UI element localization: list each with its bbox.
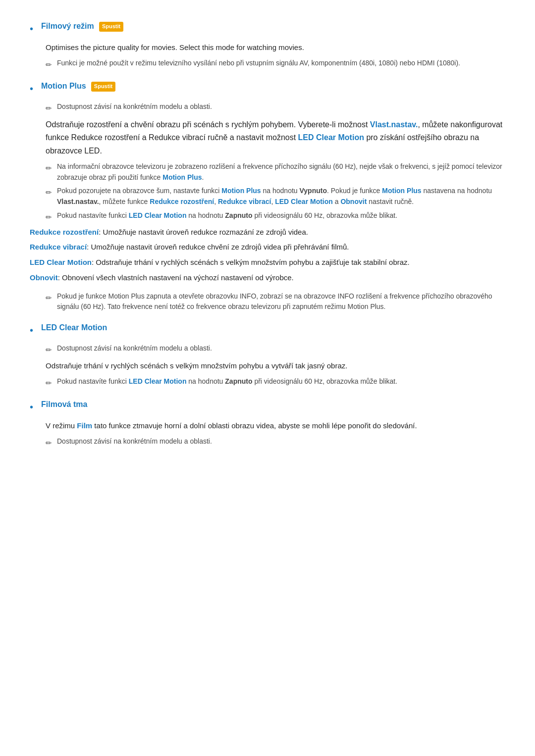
filmova-tma-note-1: ✏ Dostupnost závisí na konkrétním modelu…	[46, 436, 505, 449]
def-desc-3: Odstraňuje trhání v rychlých scénách s v…	[94, 258, 410, 266]
motion-plus-note-after-1: ✏ Pokud je funkce Motion Plus zapnuta a …	[46, 291, 505, 312]
motion-plus-heading-wrap: Motion Plus Spustit	[41, 80, 115, 93]
filmova-tma-title: Filmová tma	[41, 398, 87, 411]
def-desc-4: Obnovení všech vlastních nastavení na vý…	[60, 273, 294, 282]
motion-plus-note-2: ✏ Pokud pozorujete na obrazovce šum, nas…	[46, 186, 505, 207]
def-desc-2: Umožňuje nastavit úroveň redukce chvění …	[89, 243, 349, 251]
led-clear-motion-bullet: • LED Clear Motion	[30, 321, 505, 338]
pencil-icon: ✏	[46, 292, 52, 304]
filmova-tma-section: • Filmová tma V režimu Film tato funkce …	[30, 398, 505, 449]
filmovy-rezim-description: Optimises the picture quality for movies…	[46, 42, 505, 54]
motion-plus-note-3: ✏ Pokud nastavíte funkci LED Clear Motio…	[46, 210, 505, 223]
led-clear-motion-section: • LED Clear Motion ✏ Dostupnost závisí n…	[30, 321, 505, 389]
pencil-icon: ✏	[46, 437, 52, 449]
led-clear-motion-note-before-text: Dostupnost závisí na konkrétním modelu a…	[57, 343, 212, 354]
bullet-icon: •	[30, 21, 33, 37]
led-clear-motion-note-1: ✏ Pokud nastavíte funkci LED Clear Motio…	[46, 376, 505, 389]
led-clear-motion-body-link[interactable]: LED Clear Motion	[298, 133, 364, 142]
filmova-tma-body: V režimu Film tato funkce ztmavuje horní…	[46, 420, 505, 432]
pencil-icon: ✏	[46, 377, 52, 389]
led-clear-motion-note-text-1: Pokud nastavíte funkci LED Clear Motion …	[57, 376, 397, 387]
bullet-icon: •	[30, 399, 33, 415]
led-clear-motion-title: LED Clear Motion	[41, 321, 107, 334]
def-term-redukce-vibraci: Redukce vibrací	[30, 243, 87, 251]
filmovy-rezim-badge[interactable]: Spustit	[99, 22, 123, 32]
pencil-icon: ✏	[46, 187, 52, 199]
pencil-icon: ✏	[46, 211, 52, 223]
def-desc-1: Umožňuje nastavit úroveň redukce rozmazá…	[101, 228, 308, 236]
redukce-rozosteni-link[interactable]: Redukce rozostření	[150, 198, 214, 205]
motion-plus-badge[interactable]: Spustit	[91, 82, 115, 92]
zapnuto-text-2: Zapnuto	[225, 377, 252, 385]
bullet-icon: •	[30, 322, 33, 338]
vlast-nastav-text: Vlast.nastav.	[57, 198, 99, 205]
pencil-icon: ✏	[46, 59, 52, 71]
motion-plus-note-text-1: Na informační obrazovce televizoru je zo…	[57, 161, 505, 183]
filmovy-rezim-heading: Filmový režim Spustit	[41, 20, 123, 33]
filmovy-rezim-note-text-1: Funkci je možné použít v režimu televizn…	[57, 58, 460, 69]
vlast-nastav-link[interactable]: Vlast.nastav.	[370, 120, 418, 129]
vypnuto-text: Vypnuto	[300, 187, 327, 195]
led-clear-motion-link-n3[interactable]: LED Clear Motion	[129, 211, 187, 219]
def-redukce-rozosteni: Redukce rozostření: Umožňuje nastavit úr…	[30, 226, 505, 239]
obnovit-link[interactable]: Obnovit	[340, 198, 367, 205]
def-term-redukce-rozosteni: Redukce rozostření	[30, 228, 99, 236]
motion-plus-note-before-1: ✏ Dostupnost závisí na konkrétním modelu…	[46, 101, 505, 114]
motion-plus-body: Odstraňuje rozostření a chvění obrazu př…	[46, 118, 505, 157]
filmovy-rezim-title: Filmový režim	[41, 22, 94, 30]
motion-plus-link-2[interactable]: Motion Plus	[221, 187, 261, 195]
def-redukce-vibraci: Redukce vibrací: Umožňuje nastavit úrove…	[30, 241, 505, 253]
led-clear-motion-body: Odstraňuje trhání v rychlých scénách s v…	[46, 360, 505, 372]
motion-plus-note-after-text-1: Pokud je funkce Motion Plus zapnuta a ot…	[57, 291, 505, 312]
filmovy-rezim-bullet: • Filmový režim Spustit	[30, 20, 505, 37]
motion-plus-link-1[interactable]: Motion Plus	[162, 173, 202, 181]
motion-plus-bullet: • Motion Plus Spustit	[30, 80, 505, 97]
bullet-icon: •	[30, 81, 33, 97]
def-obnovit: Obnovit: Obnovení všech vlastních nastav…	[30, 272, 505, 284]
motion-plus-title: Motion Plus	[41, 82, 86, 90]
zapnuto-text-1: Zapnuto	[225, 211, 252, 219]
pencil-icon: ✏	[46, 102, 52, 114]
filmovy-rezim-note-1: ✏ Funkci je možné použít v režimu televi…	[46, 58, 505, 71]
def-term-led-clear-motion: LED Clear Motion	[30, 258, 92, 266]
led-clear-motion-note-before: ✏ Dostupnost závisí na konkrétním modelu…	[46, 343, 505, 356]
pencil-icon: ✏	[46, 162, 52, 174]
motion-plus-note-text-2: Pokud pozorujete na obrazovce šum, nasta…	[57, 186, 505, 207]
filmovy-rezim-section: • Filmový režim Spustit Optimises the pi…	[30, 20, 505, 71]
filmova-tma-note-text-1: Dostupnost závisí na konkrétním modelu a…	[57, 436, 212, 447]
film-link[interactable]: Film	[77, 421, 92, 430]
motion-plus-note-text-3: Pokud nastavíte funkci LED Clear Motion …	[57, 210, 397, 221]
motion-plus-note-1: ✏ Na informační obrazovce televizoru je …	[46, 161, 505, 183]
motion-plus-note-before-text: Dostupnost závisí na konkrétním modelu a…	[57, 101, 212, 112]
led-clear-motion-link-n2[interactable]: LED Clear Motion	[275, 198, 333, 205]
motion-plus-section: • Motion Plus Spustit ✏ Dostupnost závis…	[30, 80, 505, 312]
pencil-icon: ✏	[46, 344, 52, 356]
def-led-clear-motion: LED Clear Motion: Odstraňuje trhání v ry…	[30, 256, 505, 269]
redukce-vibraci-link[interactable]: Redukce vibrací	[218, 198, 271, 205]
led-clear-motion-link-note[interactable]: LED Clear Motion	[129, 377, 187, 385]
filmova-tma-bullet: • Filmová tma	[30, 398, 505, 415]
motion-plus-link-3[interactable]: Motion Plus	[382, 187, 421, 195]
def-term-obnovit: Obnovit	[30, 273, 58, 282]
